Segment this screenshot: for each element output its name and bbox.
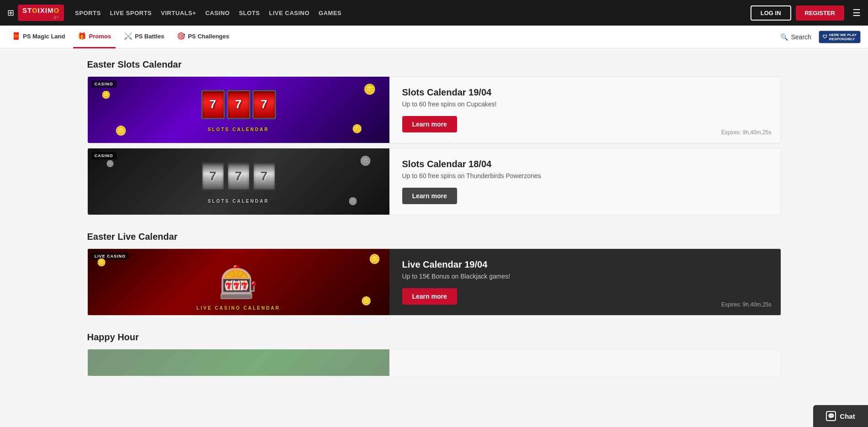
promo-badge-slots-19: CASINO bbox=[91, 80, 117, 88]
register-button[interactable]: REGISTER bbox=[796, 5, 844, 21]
sub-nav-ps-magic-land-label: PS Magic Land bbox=[23, 33, 65, 40]
section-happy-hour-title: Happy Hour bbox=[87, 332, 781, 343]
learn-more-slots-19[interactable]: Learn more bbox=[402, 116, 457, 132]
ps-battles-icon: ⚔️ bbox=[124, 32, 133, 40]
section-easter-live-title: Easter Live Calendar bbox=[87, 232, 781, 242]
main-content: Easter Slots Calendar CASINO 7 7 7 SLOTS… bbox=[80, 48, 788, 404]
sub-nav-promos[interactable]: 🎁 Promos bbox=[73, 26, 115, 48]
section-easter-live: Easter Live Calendar LIVE CASINO 🎰 LIVE … bbox=[87, 232, 781, 316]
promo-card-slots-18: CASINO 7 7 7 SLOTS CALENDAR 🪙 🪙 🪙 Slots … bbox=[87, 148, 781, 215]
promo-desc-slots-19: Up to 60 free spins on Cupcakes! bbox=[402, 100, 768, 108]
logo-area[interactable]: ⊞ STOIXIMO .gr bbox=[7, 5, 64, 21]
search-button[interactable]: 🔍 Search bbox=[780, 33, 811, 41]
nav-games[interactable]: GAMES bbox=[319, 10, 341, 16]
sub-nav-ps-battles[interactable]: ⚔️ PS Battles bbox=[119, 26, 169, 48]
nav-live-casino[interactable]: LIVE CASINO bbox=[269, 10, 310, 16]
responsible-label: HERE WE PLAYRESPONSIBLY bbox=[829, 33, 857, 41]
expires-slots-19: Expires: 9h,40m,25s bbox=[721, 129, 771, 136]
nav-links: SPORTS LIVE SPORTS VIRTUALS+ CASINO SLOT… bbox=[75, 10, 751, 16]
promo-image-slots-19: CASINO 7 7 7 SLOTS CALENDAR 🪙 🪙 🪙 🪙 bbox=[88, 77, 389, 143]
search-icon: 🔍 bbox=[780, 33, 788, 41]
promo-card-slots-19: CASINO 7 7 7 SLOTS CALENDAR 🪙 🪙 🪙 🪙 Sl bbox=[87, 76, 781, 143]
expires-live-19: Expires: 9h,40m,25s bbox=[721, 301, 771, 308]
nav-actions: LOG IN REGISTER ☰ bbox=[751, 5, 861, 21]
promo-info-happy-hour bbox=[389, 349, 781, 376]
promos-icon: 🎁 bbox=[78, 32, 86, 40]
sub-nav-links: 🧧 PS Magic Land 🎁 Promos ⚔️ PS Battles 🎯… bbox=[7, 26, 780, 48]
login-button[interactable]: LOG IN bbox=[751, 5, 791, 21]
nav-live-sports[interactable]: LIVE SPORTS bbox=[110, 10, 152, 16]
section-easter-slots: Easter Slots Calendar CASINO 7 7 7 SLOTS… bbox=[87, 59, 781, 215]
promo-desc-slots-18: Up to 60 free spins on Thunderbirds Powe… bbox=[402, 172, 768, 179]
promo-image-slots-18: CASINO 7 7 7 SLOTS CALENDAR 🪙 🪙 🪙 bbox=[88, 148, 389, 215]
promo-card-happy-hour bbox=[87, 349, 781, 376]
learn-more-slots-18[interactable]: Learn more bbox=[402, 188, 457, 204]
promo-title-live-19: Live Calendar 19/04 bbox=[402, 259, 768, 270]
grid-icon[interactable]: ⊞ bbox=[7, 8, 14, 18]
section-easter-slots-title: Easter Slots Calendar bbox=[87, 59, 781, 70]
promo-image-live-19: LIVE CASINO 🎰 LIVE CASINO CALENDAR 🪙 🪙 🪙 bbox=[88, 249, 389, 315]
nav-sports[interactable]: SPORTS bbox=[75, 10, 101, 16]
sub-navigation: 🧧 PS Magic Land 🎁 Promos ⚔️ PS Battles 🎯… bbox=[0, 26, 868, 48]
sub-nav-right: 🔍 Search 🛡 HERE WE PLAYRESPONSIBLY bbox=[780, 31, 861, 43]
top-navigation: ⊞ STOIXIMO .gr SPORTS LIVE SPORTS VIRTUA… bbox=[0, 0, 868, 26]
promo-desc-live-19: Up to 15€ Bonus on Blackjack games! bbox=[402, 273, 768, 280]
learn-more-live-19[interactable]: Learn more bbox=[402, 288, 457, 305]
sub-nav-promos-label: Promos bbox=[89, 33, 111, 40]
responsible-icon: 🛡 bbox=[823, 34, 827, 39]
ps-magic-land-icon: 🧧 bbox=[12, 32, 21, 40]
promo-info-live-19: Live Calendar 19/04 Up to 15€ Bonus on B… bbox=[389, 249, 781, 315]
promo-info-slots-19: Slots Calendar 19/04 Up to 60 free spins… bbox=[389, 77, 781, 143]
promo-card-live-19: LIVE CASINO 🎰 LIVE CASINO CALENDAR 🪙 🪙 🪙… bbox=[87, 248, 781, 316]
promo-image-happy-hour bbox=[88, 349, 389, 376]
logo-text: STOIXIMO bbox=[22, 6, 59, 14]
sub-nav-ps-battles-label: PS Battles bbox=[135, 33, 164, 40]
nav-casino[interactable]: CASINO bbox=[205, 10, 230, 16]
ps-challenges-icon: 🎯 bbox=[177, 32, 186, 40]
nav-slots[interactable]: SLOTS bbox=[239, 10, 260, 16]
promo-title-slots-18: Slots Calendar 18/04 bbox=[402, 159, 768, 169]
sub-nav-ps-challenges[interactable]: 🎯 PS Challenges bbox=[172, 26, 234, 48]
hamburger-icon[interactable]: ☰ bbox=[852, 7, 861, 18]
nav-virtuals[interactable]: VIRTUALS+ bbox=[161, 10, 196, 16]
search-label: Search bbox=[791, 33, 811, 41]
promo-badge-slots-18: CASINO bbox=[91, 152, 117, 159]
responsible-badge[interactable]: 🛡 HERE WE PLAYRESPONSIBLY bbox=[819, 31, 861, 43]
promo-info-slots-18: Slots Calendar 18/04 Up to 60 free spins… bbox=[389, 148, 781, 215]
sub-nav-ps-challenges-label: PS Challenges bbox=[188, 33, 229, 40]
logo-sub: .gr bbox=[22, 15, 59, 19]
logo[interactable]: STOIXIMO .gr bbox=[18, 5, 64, 21]
section-happy-hour: Happy Hour bbox=[87, 332, 781, 376]
promo-title-slots-19: Slots Calendar 19/04 bbox=[402, 87, 768, 98]
sub-nav-ps-magic-land[interactable]: 🧧 PS Magic Land bbox=[7, 26, 69, 48]
